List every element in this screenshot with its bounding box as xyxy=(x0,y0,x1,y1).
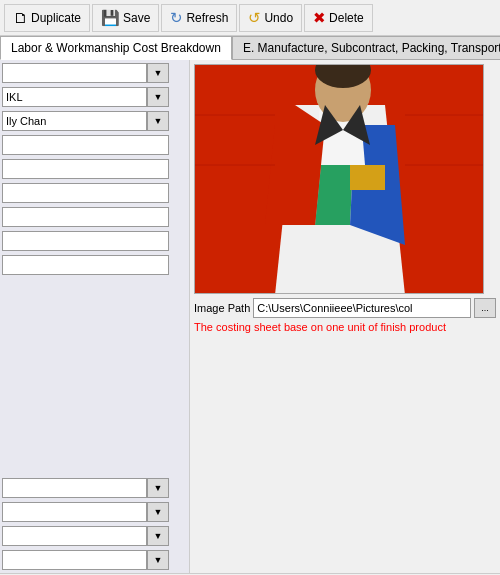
dropdown-btn-7[interactable]: ▼ xyxy=(147,550,169,570)
save-button[interactable]: 💾 Save xyxy=(92,4,159,32)
refresh-label: Refresh xyxy=(186,11,228,25)
field-row-empty6 xyxy=(2,230,187,252)
image-path-input[interactable] xyxy=(253,298,471,318)
field-input-empty6[interactable] xyxy=(2,231,169,251)
duplicate-icon: 🗋 xyxy=(13,9,28,26)
svg-rect-5 xyxy=(350,165,385,190)
field-row-empty2 xyxy=(2,134,187,156)
refresh-icon: ↻ xyxy=(170,9,183,27)
field-row-dd3: ▼ xyxy=(2,525,187,547)
image-browse-button[interactable]: ... xyxy=(474,298,496,318)
save-icon: 💾 xyxy=(101,9,120,27)
right-panel: Image Path ... The costing sheet base on… xyxy=(190,60,500,573)
costing-note: The costing sheet base on one unit of fi… xyxy=(194,321,496,333)
toolbar: 🗋 Duplicate 💾 Save ↻ Refresh ↺ Undo ✖ De… xyxy=(0,0,500,36)
left-panel: ▼ ▼ ▼ ▼ xyxy=(0,60,190,573)
main-content: ▼ ▼ ▼ ▼ xyxy=(0,60,500,573)
field-row-dd2: ▼ xyxy=(2,501,187,523)
dropdown-btn-5[interactable]: ▼ xyxy=(147,502,169,522)
field-input-ilychan[interactable] xyxy=(2,111,147,131)
tab-bar: Labor & Workmanship Cost Breakdown E. Ma… xyxy=(0,36,500,60)
undo-label: Undo xyxy=(264,11,293,25)
field-input-dd2[interactable] xyxy=(2,502,147,522)
field-row-ilychan: ▼ xyxy=(2,110,187,132)
field-row-empty3 xyxy=(2,158,187,180)
field-row-dd1: ▼ xyxy=(2,477,187,499)
field-input-dd4[interactable] xyxy=(2,550,147,570)
field-row-empty4 xyxy=(2,182,187,204)
field-input-empty2[interactable] xyxy=(2,135,169,155)
field-input-empty4[interactable] xyxy=(2,183,169,203)
refresh-button[interactable]: ↻ Refresh xyxy=(161,4,237,32)
tab-labor[interactable]: Labor & Workmanship Cost Breakdown xyxy=(0,36,232,60)
field-input-empty5[interactable] xyxy=(2,207,169,227)
product-image xyxy=(195,65,484,294)
dropdown-btn-1[interactable]: ▼ xyxy=(147,63,169,83)
field-input-ikl[interactable] xyxy=(2,87,147,107)
field-row-empty1: ▼ xyxy=(2,62,187,84)
image-container xyxy=(194,64,484,294)
field-input-empty7[interactable] xyxy=(2,255,169,275)
field-input-dd1[interactable] xyxy=(2,478,147,498)
save-label: Save xyxy=(123,11,150,25)
field-input-empty1[interactable] xyxy=(2,63,147,83)
delete-label: Delete xyxy=(329,11,364,25)
undo-button[interactable]: ↺ Undo xyxy=(239,4,302,32)
field-input-dd3[interactable] xyxy=(2,526,147,546)
image-path-label: Image Path xyxy=(194,302,250,314)
undo-icon: ↺ xyxy=(248,9,261,27)
dropdown-btn-4[interactable]: ▼ xyxy=(147,478,169,498)
dropdown-btn-6[interactable]: ▼ xyxy=(147,526,169,546)
delete-icon: ✖ xyxy=(313,9,326,27)
duplicate-button[interactable]: 🗋 Duplicate xyxy=(4,4,90,32)
delete-button[interactable]: ✖ Delete xyxy=(304,4,373,32)
field-row-empty5 xyxy=(2,206,187,228)
field-row-dd4: ▼ xyxy=(2,549,187,571)
dropdown-btn-3[interactable]: ▼ xyxy=(147,111,169,131)
field-row-ikl: ▼ xyxy=(2,86,187,108)
duplicate-label: Duplicate xyxy=(31,11,81,25)
dropdown-btn-2[interactable]: ▼ xyxy=(147,87,169,107)
field-input-empty3[interactable] xyxy=(2,159,169,179)
image-path-row: Image Path ... xyxy=(194,298,496,318)
field-row-empty7 xyxy=(2,254,187,276)
tab-manufacture[interactable]: E. Manufacture, Subcontract, Packing, Tr… xyxy=(232,36,500,59)
